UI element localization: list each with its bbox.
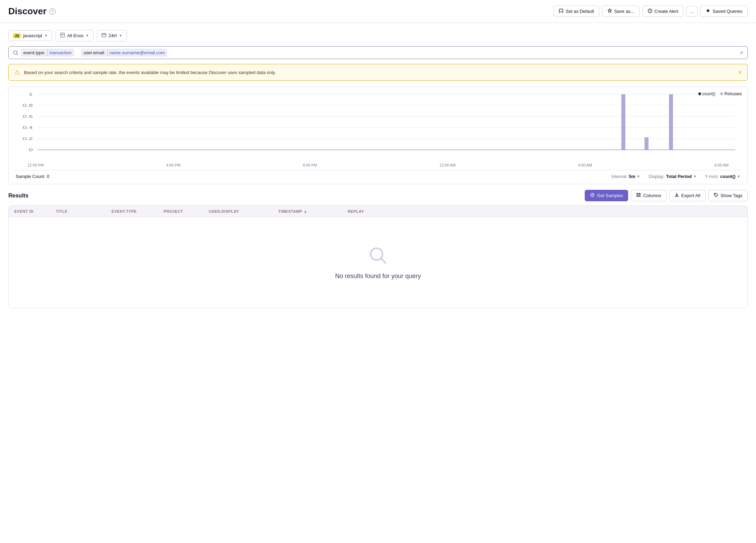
columns-button[interactable]: Columns <box>631 190 666 201</box>
results-title: Results <box>8 193 28 199</box>
svg-rect-18 <box>669 94 673 150</box>
alert-banner: ⚠ Based on your search criteria and samp… <box>8 64 748 81</box>
sort-icon <box>304 210 307 213</box>
star-outline-icon <box>607 8 612 14</box>
create-alert-button[interactable]: Create Alert <box>642 6 684 17</box>
show-tags-label: Show Tags <box>721 193 742 198</box>
search-clear-button[interactable]: × <box>740 50 743 56</box>
col-event-type: EVENT.TYPE <box>112 209 164 213</box>
chart-footer: Sample Count 0 Interval: 5m ▼ Display: T… <box>14 170 742 180</box>
results-table: EVENT ID TITLE EVENT.TYPE PROJECT USER.D… <box>8 205 748 308</box>
col-project: PROJECT <box>164 209 209 213</box>
project-chevron: ▼ <box>44 34 48 38</box>
table-empty-state: No results found for your query <box>9 217 747 308</box>
svg-text:0.2: 0.2 <box>23 137 33 141</box>
svg-rect-17 <box>644 137 648 150</box>
col-user-display: USER.DISPLAY <box>209 209 278 213</box>
yaxis-label: Y-Axis: <box>705 174 719 179</box>
tag-icon <box>714 193 718 198</box>
export-all-button[interactable]: Export All <box>669 190 706 201</box>
display-control[interactable]: Display: Total Period ▼ <box>649 174 697 179</box>
environment-label: All Envs <box>67 33 83 38</box>
set-default-button[interactable]: Set as Default <box>553 6 599 17</box>
saved-queries-label: Saved Queries <box>713 9 742 14</box>
warning-icon: ⚠ <box>14 68 20 76</box>
export-all-label: Export All <box>681 193 700 198</box>
alert-message: Based on your search criteria and sample… <box>24 70 276 75</box>
time-label: 24H <box>108 33 117 38</box>
sample-count-value: 0 <box>47 174 49 179</box>
x-label-1: 12:00 PM <box>27 163 44 167</box>
search-bar[interactable]: event.type:transaction user.email:name.s… <box>8 46 748 59</box>
project-filter[interactable]: JS javascript ▼ <box>8 30 52 41</box>
interval-control[interactable]: Interval: 5m ▼ <box>611 174 640 179</box>
x-label-3: 8:00 PM <box>303 163 317 167</box>
more-button[interactable]: ... <box>686 6 698 17</box>
alert-icon <box>648 8 652 14</box>
svg-rect-16 <box>622 94 625 150</box>
environment-icon <box>60 33 65 39</box>
project-badge: JS <box>13 33 21 38</box>
x-label-6: 8:00 AM <box>715 163 729 167</box>
chart-controls: Interval: 5m ▼ Display: Total Period ▼ Y… <box>611 174 740 179</box>
interval-value: 5m <box>629 174 635 179</box>
time-chevron: ▼ <box>119 34 122 38</box>
svg-point-21 <box>715 194 715 195</box>
chart-svg: 1 0.8 0.6 0.4 0.2 0 <box>14 92 742 162</box>
filters-row: JS javascript ▼ All Envs ▼ 24H ▼ <box>8 30 748 41</box>
svg-text:1: 1 <box>29 92 33 96</box>
svg-text:0.6: 0.6 <box>23 114 33 119</box>
project-label: javascript <box>23 33 42 38</box>
x-axis-labels: 12:00 PM 4:00 PM 8:00 PM 12:00 AM 4:00 A… <box>14 162 742 167</box>
display-chevron: ▼ <box>693 175 697 178</box>
get-samples-button[interactable]: Get Samples <box>585 190 628 201</box>
set-default-label: Set as Default <box>566 9 594 14</box>
help-icon[interactable]: ? <box>49 8 56 15</box>
search-token-event-type[interactable]: event.type:transaction <box>21 49 74 56</box>
empty-message: No results found for your query <box>335 273 421 280</box>
get-samples-label: Get Samples <box>597 193 623 198</box>
yaxis-chevron: ▼ <box>737 175 740 178</box>
svg-text:0.4: 0.4 <box>23 125 33 130</box>
results-header: Results Get Samples <box>8 190 748 201</box>
x-label-4: 12:00 AM <box>439 163 455 167</box>
bookmark-icon <box>559 8 564 14</box>
display-label: Display: <box>649 174 665 179</box>
save-as-label: Save as... <box>614 9 634 14</box>
header-actions: Set as Default Save as... Create Alert .… <box>553 6 748 17</box>
col-timestamp: TIMESTAMP <box>278 209 348 213</box>
results-actions: Get Samples Columns <box>585 190 748 201</box>
chart-container: count() Releases 1 0.8 0.6 0.4 0.2 0 <box>8 86 748 184</box>
save-as-button[interactable]: Save as... <box>602 6 640 17</box>
table-header: EVENT ID TITLE EVENT.TYPE PROJECT USER.D… <box>9 206 747 217</box>
col-replay: REPLAY <box>348 209 389 213</box>
x-label-5: 4:00 AM <box>578 163 592 167</box>
svg-text:0: 0 <box>29 148 33 152</box>
show-tags-button[interactable]: Show Tags <box>708 190 748 201</box>
col-title: TITLE <box>56 209 112 213</box>
create-alert-label: Create Alert <box>655 9 679 14</box>
environment-filter[interactable]: All Envs ▼ <box>56 30 93 41</box>
search-token-user-email[interactable]: user.email:name.surname@email.com <box>81 49 167 56</box>
alert-close-button[interactable]: × <box>738 69 742 76</box>
svg-text:0.8: 0.8 <box>23 103 33 107</box>
samples-icon <box>590 193 595 198</box>
more-label: ... <box>690 9 694 14</box>
yaxis-control[interactable]: Y-Axis: count() ▼ <box>705 174 740 179</box>
x-label-2: 4:00 PM <box>166 163 180 167</box>
columns-icon <box>636 193 641 198</box>
calendar-icon <box>101 33 106 39</box>
results-section: Results Get Samples <box>8 190 748 308</box>
time-filter[interactable]: 24H ▼ <box>97 30 127 41</box>
sample-count: Sample Count 0 <box>16 174 49 179</box>
yaxis-value: count() <box>720 174 736 179</box>
page-header: Discover ? Set as Default Save as... <box>0 0 756 23</box>
sample-count-label: Sample Count <box>16 174 44 179</box>
empty-search-icon <box>368 245 388 267</box>
interval-chevron: ▼ <box>637 175 640 178</box>
interval-label: Interval: <box>611 174 627 179</box>
saved-queries-button[interactable]: Saved Queries <box>700 6 748 17</box>
columns-label: Columns <box>643 193 661 198</box>
header-left: Discover ? <box>8 6 56 17</box>
chart-area: 1 0.8 0.6 0.4 0.2 0 <box>14 92 742 162</box>
